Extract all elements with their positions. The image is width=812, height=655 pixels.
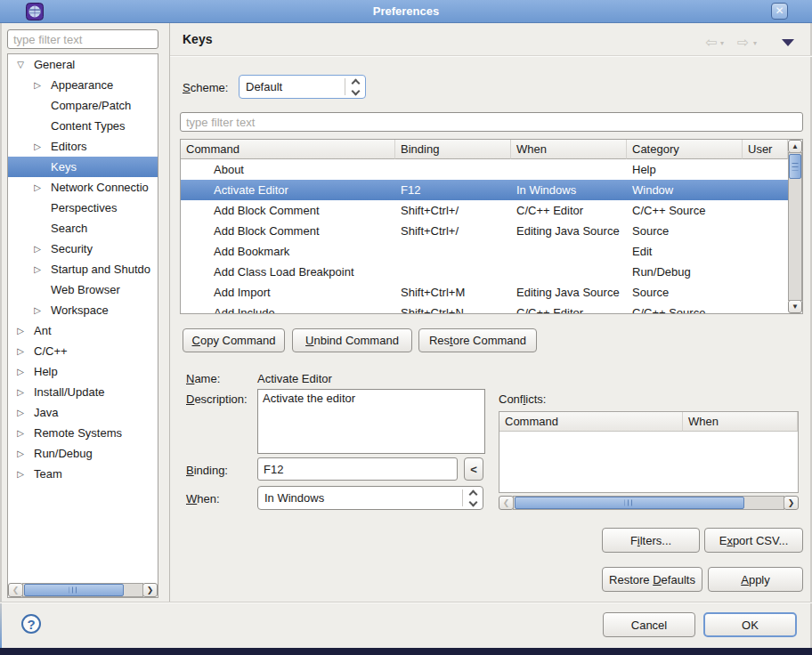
sidebar-item-startup-and-shutdo[interactable]: ▷Startup and Shutdo (8, 259, 158, 279)
sidebar-item-java[interactable]: ▷Java (8, 402, 158, 423)
column-header-when[interactable]: When (683, 412, 798, 432)
tree-horizontal-scrollbar[interactable]: ❮ ❯ (8, 583, 158, 597)
sidebar-item-network-connectio[interactable]: ▷Network Connectio (8, 177, 158, 198)
expand-icon[interactable]: ▷ (32, 239, 43, 259)
scroll-left-icon[interactable]: ❮ (499, 496, 514, 510)
sidebar-item-install-update[interactable]: ▷Install/Update (8, 382, 158, 402)
restore-command-button[interactable]: Restore Command (418, 328, 537, 352)
scrollbar-trough[interactable] (788, 152, 802, 301)
expand-icon[interactable]: ▷ (15, 464, 26, 484)
expand-icon[interactable]: ▷ (15, 382, 26, 402)
scheme-combo[interactable]: Default (239, 75, 366, 99)
sidebar-item-run-debug[interactable]: ▷Run/Debug (8, 443, 158, 464)
table-header-row[interactable]: CommandWhen (499, 412, 798, 432)
conflicts-horizontal-scrollbar[interactable]: ❮ ❯ (499, 496, 799, 510)
scroll-up-icon[interactable]: ▲ (788, 140, 802, 153)
scroll-left-icon[interactable]: ❮ (8, 583, 23, 597)
scroll-right-icon[interactable]: ❯ (142, 583, 158, 597)
sidebar-item-label: Keys (8, 157, 158, 177)
table-row[interactable]: Add ImportShift+Ctrl+MEditing Java Sourc… (181, 282, 788, 303)
binding-input[interactable] (257, 457, 458, 481)
ok-button[interactable]: OK (703, 612, 797, 637)
sidebar-item-general[interactable]: ▽General (8, 54, 158, 75)
sidebar-item-keys[interactable]: Keys (8, 157, 158, 177)
scrollbar-thumb[interactable] (789, 154, 801, 179)
binding-back-button[interactable]: < (464, 457, 483, 481)
sidebar-item-perspectives[interactable]: Perspectives (8, 198, 158, 218)
view-menu-icon[interactable] (782, 39, 794, 46)
sidebar-item-workspace[interactable]: ▷Workspace (8, 300, 158, 320)
scrollbar-trough[interactable] (513, 496, 784, 510)
cancel-button[interactable]: Cancel (603, 612, 695, 637)
unbind-command-button[interactable]: Unbind Command (292, 328, 412, 352)
close-icon[interactable]: ✕ (771, 3, 788, 20)
table-row[interactable]: Add IncludeShift+Ctrl+NC/C++ EditorC/C++… (181, 303, 788, 313)
copy-command-button[interactable]: Copy Command (183, 328, 285, 352)
apply-button[interactable]: Apply (708, 567, 803, 592)
scroll-down-icon[interactable]: ▼ (788, 300, 802, 313)
sidebar-item-team[interactable]: ▷Team (8, 464, 158, 484)
sidebar-item-remote-systems[interactable]: ▷Remote Systems (8, 423, 158, 443)
collapse-icon[interactable]: ▽ (15, 54, 26, 75)
table-row[interactable]: Add Class Load BreakpointRun/Debug (181, 262, 788, 282)
scrollbar-thumb[interactable] (24, 584, 124, 596)
table-header-row[interactable]: CommandBindingWhenCategoryUser (181, 140, 788, 159)
sidebar-filter-input[interactable] (7, 29, 158, 49)
table-vertical-scrollbar[interactable]: ▲ ▼ (788, 140, 802, 313)
sidebar-item-web-browser[interactable]: Web Browser (8, 279, 158, 300)
sidebar-item-appearance[interactable]: ▷Appearance (8, 75, 158, 95)
back-arrow-icon[interactable]: ⇦ (705, 34, 717, 51)
forward-dropdown-icon[interactable]: ▾ (753, 39, 757, 47)
conflicts-table[interactable]: CommandWhen (499, 411, 799, 493)
when-combo[interactable]: In Windows (257, 486, 483, 510)
expand-icon[interactable]: ▷ (15, 423, 26, 443)
sidebar-item-content-types[interactable]: Content Types (8, 116, 158, 136)
table-row[interactable]: Add Block CommentShift+Ctrl+/C/C++ Edito… (181, 200, 788, 221)
column-header-when[interactable]: When (511, 140, 627, 159)
scrollbar-trough[interactable] (22, 583, 143, 597)
filters-button[interactable]: Filters... (602, 528, 700, 553)
expand-icon[interactable]: ▷ (15, 361, 26, 382)
export-csv-button[interactable]: Export CSV... (704, 528, 803, 553)
preferences-tree[interactable]: ▽General▷AppearanceCompare/PatchContent … (7, 53, 158, 598)
sidebar-item-editors[interactable]: ▷Editors (8, 136, 158, 157)
window-title: Preferences (0, 4, 812, 18)
column-header-binding[interactable]: Binding (395, 140, 511, 159)
expand-icon[interactable]: ▷ (32, 75, 43, 95)
column-header-user[interactable]: User (743, 140, 788, 159)
command-filter-input[interactable] (180, 112, 803, 132)
table-row[interactable]: Activate EditorF12In WindowsWindow (181, 180, 788, 200)
column-header-category[interactable]: Category (627, 140, 743, 159)
sidebar-item-security[interactable]: ▷Security (8, 239, 158, 259)
sidebar-item-label: Install/Update (8, 382, 158, 402)
table-row[interactable]: AboutHelp (181, 159, 788, 180)
restore-defaults-button[interactable]: Restore Defaults (602, 567, 702, 592)
table-row[interactable]: Add BookmarkEdit (181, 241, 788, 262)
key-bindings-table[interactable]: CommandBindingWhenCategoryUser AboutHelp… (180, 139, 803, 314)
combo-spinner-icon[interactable] (345, 77, 365, 97)
sidebar-item-help[interactable]: ▷Help (8, 361, 158, 382)
sidebar-item-ant[interactable]: ▷Ant (8, 320, 158, 341)
description-textarea[interactable] (257, 389, 485, 454)
back-dropdown-icon[interactable]: ▾ (720, 39, 724, 47)
scrollbar-thumb[interactable] (515, 497, 744, 509)
expand-icon[interactable]: ▷ (15, 402, 26, 423)
sidebar-item-compare-patch[interactable]: Compare/Patch (8, 95, 158, 116)
column-header-command[interactable]: Command (181, 140, 395, 159)
combo-spinner-icon[interactable] (463, 489, 483, 508)
expand-icon[interactable]: ▷ (15, 320, 26, 341)
sidebar-item-search[interactable]: Search (8, 218, 158, 239)
expand-icon[interactable]: ▷ (32, 136, 43, 157)
titlebar[interactable]: Preferences ✕ (0, 0, 812, 23)
expand-icon[interactable]: ▷ (32, 259, 43, 279)
expand-icon[interactable]: ▷ (15, 443, 26, 464)
column-header-command[interactable]: Command (499, 412, 683, 432)
help-icon[interactable]: ? (21, 614, 41, 634)
expand-icon[interactable]: ▷ (15, 341, 26, 361)
forward-arrow-icon[interactable]: ⇨ (737, 34, 749, 51)
table-row[interactable]: Add Block CommentShift+Ctrl+/Editing Jav… (181, 221, 788, 241)
sidebar-item-c-c-[interactable]: ▷C/C++ (8, 341, 158, 361)
expand-icon[interactable]: ▷ (32, 300, 43, 320)
expand-icon[interactable]: ▷ (32, 177, 43, 198)
scroll-right-icon[interactable]: ❯ (784, 496, 799, 510)
